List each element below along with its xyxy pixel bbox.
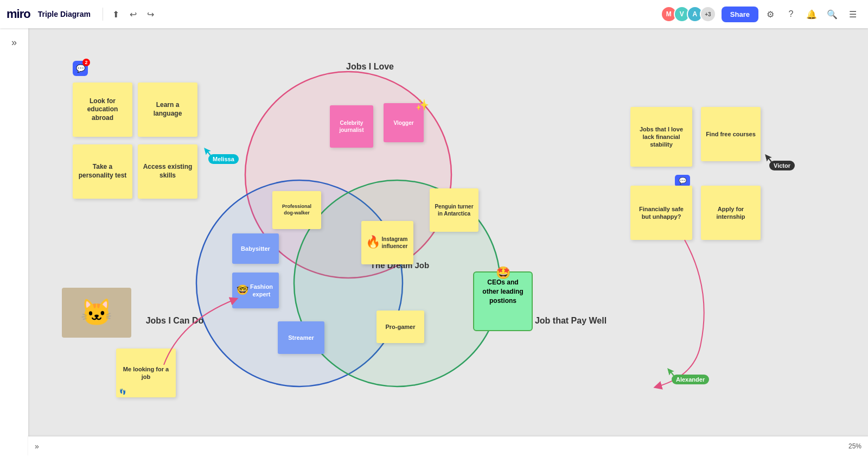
miro-logo: miro [7, 7, 30, 21]
notification-badge: 2 [82, 59, 90, 66]
menu-button[interactable]: ☰ [844, 5, 861, 23]
sticky-find-courses[interactable]: Find free courses [701, 107, 761, 161]
bottom-arrow [137, 278, 245, 376]
sticky-look-abroad[interactable]: Look for education abroad [73, 83, 132, 137]
redo-button[interactable]: ↪ [142, 5, 159, 23]
sticky-dogwalker[interactable]: Professional dog-walker [272, 191, 321, 229]
sticky-instagram[interactable]: 🔥 Instagram influencer [361, 221, 413, 264]
search-button[interactable]: 🔍 [824, 5, 841, 23]
zoom-level: 25% [848, 442, 861, 450]
sticky-apply-intern[interactable]: Apply for internship [701, 186, 761, 240]
message-icon: 💬 [675, 175, 690, 187]
expand-sidebar-button[interactable]: » [4, 33, 24, 52]
sticky-jobs-lack[interactable]: Jobs that I love lack financial stabilit… [630, 107, 692, 167]
sticky-progamer[interactable]: Pro-gamer [376, 311, 424, 343]
left-sidebar: » [0, 28, 28, 456]
cat-image: 🐱 [62, 288, 131, 338]
label-jobs-pay: Job that Pay Well [527, 316, 614, 326]
sticky-streamer[interactable]: Streamer [278, 321, 324, 354]
canvas: 💬 2 Look for education abroad Learn a la… [28, 28, 868, 456]
notifications-button[interactable]: 🔔 [803, 5, 820, 23]
sticky-personality[interactable]: Take a personality test [73, 144, 132, 199]
cursor-alexander: Alexander [668, 367, 676, 379]
avatar-count: +3 [700, 6, 716, 22]
label-jobs-love: Jobs I Love [332, 62, 408, 72]
board-title: Triple Diagram [38, 10, 91, 18]
victor-label: Victor [769, 161, 795, 170]
chat-icon: 💬 2 [73, 61, 88, 76]
sticky-financially-safe[interactable]: Financially safe but unhappy? [630, 186, 692, 240]
sticky-celebrity[interactable]: Celebrity journalist [330, 105, 373, 148]
separator [103, 8, 103, 21]
upload-button[interactable]: ⬆ [107, 5, 125, 23]
green-box-ceo[interactable]: 🤩 CEOs and other leading postions [473, 271, 533, 331]
topbar: miro Triple Diagram ⬆ ↩ ↪ M V A +3 Share… [0, 0, 868, 28]
undo-button[interactable]: ↩ [125, 5, 142, 23]
bottombar: » 25% [28, 436, 868, 456]
bottom-expand[interactable]: » [35, 442, 39, 451]
sticky-babysitter[interactable]: Babysitter [232, 233, 279, 264]
share-button[interactable]: Share [722, 7, 758, 22]
sticky-vlogger[interactable]: ✨ Vlogger [384, 103, 424, 142]
toolbar-right: M V A +3 Share ⚙ ? 🔔 🔍 ☰ [661, 5, 861, 23]
arrow-svg [603, 235, 723, 397]
sticky-penguin[interactable]: Penguin turner in Antarctica [430, 188, 478, 232]
cursor-victor: Victor [766, 153, 774, 165]
help-button[interactable]: ? [782, 5, 800, 23]
alexander-label: Alexander [672, 375, 709, 384]
settings-icon-btn[interactable]: ⚙ [762, 5, 779, 23]
